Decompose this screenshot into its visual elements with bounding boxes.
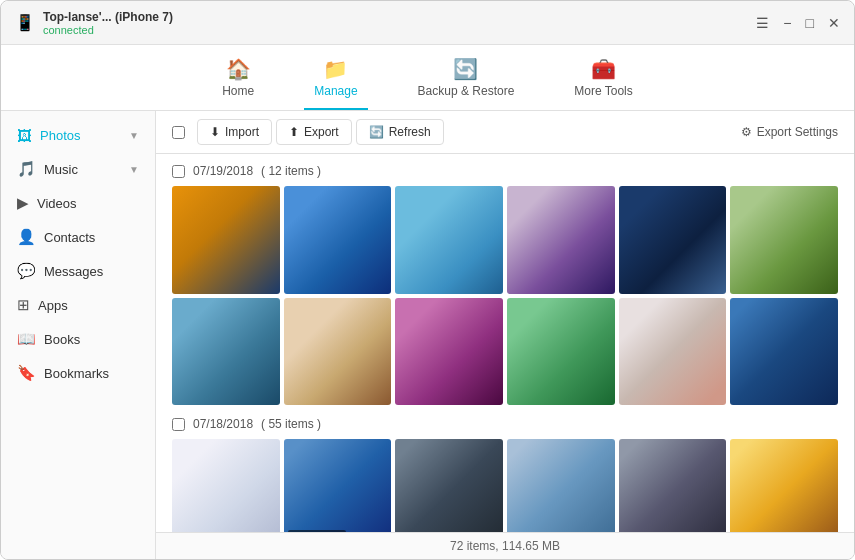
backup-icon: 🔄 bbox=[453, 57, 478, 81]
photo-grid-2: ▶ 00:00:05 bbox=[172, 439, 838, 532]
messages-icon: 💬 bbox=[17, 262, 36, 280]
device-info: Top-lanse'... (iPhone 7) connected bbox=[43, 10, 173, 36]
photo-thumb[interactable] bbox=[395, 298, 503, 406]
video-badge: ▶ 00:00:05 bbox=[288, 530, 346, 532]
status-bar: 72 items, 114.65 MB bbox=[156, 532, 854, 559]
photo-thumb[interactable] bbox=[395, 186, 503, 294]
date-header-2: 07/18/2018 ( 55 items ) bbox=[172, 417, 838, 431]
export-icon: ⬆ bbox=[289, 125, 299, 139]
toolbar: ⬇ Import ⬆ Export 🔄 Refresh ⚙ Export Set… bbox=[156, 111, 854, 154]
nav-tabs: 🏠 Home 📁 Manage 🔄 Backup & Restore 🧰 Mor… bbox=[1, 45, 854, 111]
photo-thumb[interactable] bbox=[730, 439, 838, 532]
photo-thumb[interactable] bbox=[507, 186, 615, 294]
manage-icon: 📁 bbox=[323, 57, 348, 81]
content-area: ⬇ Import ⬆ Export 🔄 Refresh ⚙ Export Set… bbox=[156, 111, 854, 559]
photo-thumb[interactable] bbox=[284, 298, 392, 406]
photo-thumb[interactable] bbox=[619, 439, 727, 532]
date-group-2: 07/18/2018 ( 55 items ) ▶ 00:00:05 bbox=[172, 417, 838, 532]
menu-icon[interactable]: ☰ bbox=[756, 15, 769, 31]
photo-thumb[interactable] bbox=[619, 186, 727, 294]
photo-thumb[interactable] bbox=[172, 439, 280, 532]
import-icon: ⬇ bbox=[210, 125, 220, 139]
video-play-icon: ▶ bbox=[292, 531, 300, 532]
title-bar: 📱 Top-lanse'... (iPhone 7) connected ☰ −… bbox=[1, 1, 854, 45]
minimize-icon[interactable]: − bbox=[783, 15, 791, 31]
sidebar-photos-label: Photos bbox=[40, 128, 80, 143]
tab-backup-label: Backup & Restore bbox=[418, 84, 515, 98]
sidebar-item-bookmarks[interactable]: 🔖 Bookmarks bbox=[1, 356, 155, 390]
date-label-2: 07/18/2018 bbox=[193, 417, 253, 431]
photo-thumb[interactable] bbox=[172, 186, 280, 294]
photo-thumb[interactable]: ▶ 00:00:05 bbox=[284, 439, 392, 532]
tab-manage-label: Manage bbox=[314, 84, 357, 98]
sidebar-bookmarks-label: Bookmarks bbox=[44, 366, 109, 381]
home-icon: 🏠 bbox=[226, 57, 251, 81]
export-label: Export bbox=[304, 125, 339, 139]
export-settings-button[interactable]: ⚙ Export Settings bbox=[741, 125, 838, 139]
photo-thumb[interactable] bbox=[172, 298, 280, 406]
photo-thumb[interactable] bbox=[507, 439, 615, 532]
sidebar-videos-label: Videos bbox=[37, 196, 77, 211]
photo-thumb[interactable] bbox=[619, 298, 727, 406]
sidebar-item-videos[interactable]: ▶ Videos bbox=[1, 186, 155, 220]
video-duration: 00:00:05 bbox=[303, 531, 342, 532]
tools-icon: 🧰 bbox=[591, 57, 616, 81]
sidebar-music-label: Music bbox=[44, 162, 78, 177]
select-all-checkbox[interactable] bbox=[172, 126, 185, 139]
status-text: 72 items, 114.65 MB bbox=[450, 539, 560, 553]
sidebar-item-messages[interactable]: 💬 Messages bbox=[1, 254, 155, 288]
sidebar-apps-label: Apps bbox=[38, 298, 68, 313]
music-icon: 🎵 bbox=[17, 160, 36, 178]
tab-home[interactable]: 🏠 Home bbox=[212, 53, 264, 110]
photo-thumb[interactable] bbox=[730, 298, 838, 406]
sidebar-item-contacts[interactable]: 👤 Contacts bbox=[1, 220, 155, 254]
sidebar: 🖼 Photos ▼ 🎵 Music ▼ ▶ Videos 👤 Contacts… bbox=[1, 111, 156, 559]
sidebar-item-music[interactable]: 🎵 Music ▼ bbox=[1, 152, 155, 186]
export-button[interactable]: ⬆ Export bbox=[276, 119, 352, 145]
group1-checkbox[interactable] bbox=[172, 165, 185, 178]
photo-thumb[interactable] bbox=[395, 439, 503, 532]
videos-icon: ▶ bbox=[17, 194, 29, 212]
export-settings-label: Export Settings bbox=[757, 125, 838, 139]
tab-tools[interactable]: 🧰 More Tools bbox=[564, 53, 642, 110]
chevron-down-icon: ▼ bbox=[129, 164, 139, 175]
main-area: 🖼 Photos ▼ 🎵 Music ▼ ▶ Videos 👤 Contacts… bbox=[1, 111, 854, 559]
sidebar-contacts-label: Contacts bbox=[44, 230, 95, 245]
close-icon[interactable]: ✕ bbox=[828, 15, 840, 31]
tab-backup[interactable]: 🔄 Backup & Restore bbox=[408, 53, 525, 110]
count-label-2: ( 55 items ) bbox=[261, 417, 321, 431]
count-label-1: ( 12 items ) bbox=[261, 164, 321, 178]
device-status: connected bbox=[43, 24, 173, 36]
sidebar-books-label: Books bbox=[44, 332, 80, 347]
gear-icon: ⚙ bbox=[741, 125, 752, 139]
refresh-label: Refresh bbox=[389, 125, 431, 139]
sidebar-item-books[interactable]: 📖 Books bbox=[1, 322, 155, 356]
tab-home-label: Home bbox=[222, 84, 254, 98]
group2-checkbox[interactable] bbox=[172, 418, 185, 431]
import-button[interactable]: ⬇ Import bbox=[197, 119, 272, 145]
date-header-1: 07/19/2018 ( 12 items ) bbox=[172, 164, 838, 178]
refresh-button[interactable]: 🔄 Refresh bbox=[356, 119, 444, 145]
maximize-icon[interactable]: □ bbox=[806, 15, 814, 31]
device-name: Top-lanse'... (iPhone 7) bbox=[43, 10, 173, 24]
apps-icon: ⊞ bbox=[17, 296, 30, 314]
sidebar-messages-label: Messages bbox=[44, 264, 103, 279]
import-label: Import bbox=[225, 125, 259, 139]
photo-thumb[interactable] bbox=[507, 298, 615, 406]
sidebar-item-apps[interactable]: ⊞ Apps bbox=[1, 288, 155, 322]
chevron-down-icon: ▼ bbox=[129, 130, 139, 141]
photo-grid-1 bbox=[172, 186, 838, 405]
phone-icon: 📱 bbox=[15, 13, 35, 32]
photo-area: 07/19/2018 ( 12 items ) bbox=[156, 154, 854, 532]
tab-manage[interactable]: 📁 Manage bbox=[304, 53, 367, 110]
books-icon: 📖 bbox=[17, 330, 36, 348]
sidebar-item-photos[interactable]: 🖼 Photos ▼ bbox=[1, 119, 155, 152]
window-controls[interactable]: ☰ − □ ✕ bbox=[756, 15, 840, 31]
photos-icon: 🖼 bbox=[17, 127, 32, 144]
refresh-icon: 🔄 bbox=[369, 125, 384, 139]
tab-tools-label: More Tools bbox=[574, 84, 632, 98]
photo-thumb[interactable] bbox=[284, 186, 392, 294]
photo-thumb[interactable] bbox=[730, 186, 838, 294]
date-group-1: 07/19/2018 ( 12 items ) bbox=[172, 164, 838, 405]
device-info-section: 📱 Top-lanse'... (iPhone 7) connected bbox=[15, 10, 173, 36]
